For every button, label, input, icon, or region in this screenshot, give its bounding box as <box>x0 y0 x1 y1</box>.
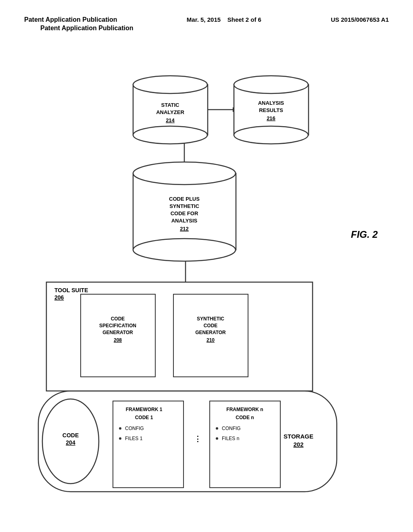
svg-text:206: 206 <box>54 294 64 301</box>
svg-text:FRAMEWORK n: FRAMEWORK n <box>226 407 263 412</box>
svg-point-39 <box>133 162 236 185</box>
svg-text:SYNTHETIC: SYNTHETIC <box>197 316 224 322</box>
svg-rect-6 <box>113 401 184 488</box>
svg-text:CODE PLUS: CODE PLUS <box>169 196 200 202</box>
svg-point-49 <box>133 76 207 94</box>
svg-text:GENERATOR: GENERATOR <box>102 330 133 335</box>
svg-point-40 <box>133 239 236 261</box>
svg-point-9 <box>119 427 121 430</box>
svg-text:204: 204 <box>66 439 75 446</box>
svg-text:CODE FOR: CODE FOR <box>171 210 198 216</box>
svg-text:ANALYSIS: ANALYSIS <box>258 100 284 106</box>
svg-text:CODE: CODE <box>63 432 79 438</box>
svg-point-19 <box>216 437 218 440</box>
svg-point-58 <box>234 126 308 144</box>
svg-text:216: 216 <box>267 115 275 121</box>
svg-text:CODE: CODE <box>204 323 218 328</box>
svg-point-57 <box>234 76 308 94</box>
svg-rect-26 <box>81 294 155 377</box>
patent-page: Patent Application Publication Mar. 5, 2… <box>0 0 413 532</box>
svg-text:RESULTS: RESULTS <box>259 107 283 113</box>
svg-text:CONFIG: CONFIG <box>125 426 144 431</box>
svg-text:208: 208 <box>114 337 122 343</box>
svg-point-50 <box>133 126 207 144</box>
svg-text:SPECIFICATION: SPECIFICATION <box>99 323 136 328</box>
svg-text:210: 210 <box>206 337 215 343</box>
svg-text:STATIC: STATIC <box>161 102 179 108</box>
svg-text:STORAGE: STORAGE <box>284 433 313 440</box>
svg-text:212: 212 <box>180 226 189 232</box>
svg-text:GENERATOR: GENERATOR <box>195 330 226 335</box>
svg-rect-31 <box>173 294 248 377</box>
svg-text:TOOL SUITE: TOOL SUITE <box>54 287 88 293</box>
svg-point-11 <box>119 437 121 440</box>
svg-text:⋮: ⋮ <box>194 435 201 443</box>
svg-text:FIG. 2: FIG. 2 <box>351 229 378 240</box>
svg-rect-14 <box>210 401 280 488</box>
svg-text:FRAMEWORK 1: FRAMEWORK 1 <box>126 407 163 412</box>
svg-text:214: 214 <box>166 117 175 123</box>
patent-pub-label: Patent Application Publication <box>40 25 133 32</box>
svg-text:CODE n: CODE n <box>236 415 254 420</box>
svg-text:ANALYSIS: ANALYSIS <box>171 218 198 224</box>
svg-text:SYNTHETIC: SYNTHETIC <box>169 203 199 209</box>
svg-text:ANALYZER: ANALYZER <box>156 109 184 115</box>
svg-text:CONFIG: CONFIG <box>222 426 241 431</box>
svg-text:CODE: CODE <box>111 316 125 322</box>
svg-text:202: 202 <box>293 441 303 448</box>
svg-text:FILES n: FILES n <box>222 436 239 441</box>
svg-point-17 <box>216 427 218 430</box>
svg-text:FILES 1: FILES 1 <box>125 436 143 441</box>
svg-text:CODE 1: CODE 1 <box>135 415 153 420</box>
